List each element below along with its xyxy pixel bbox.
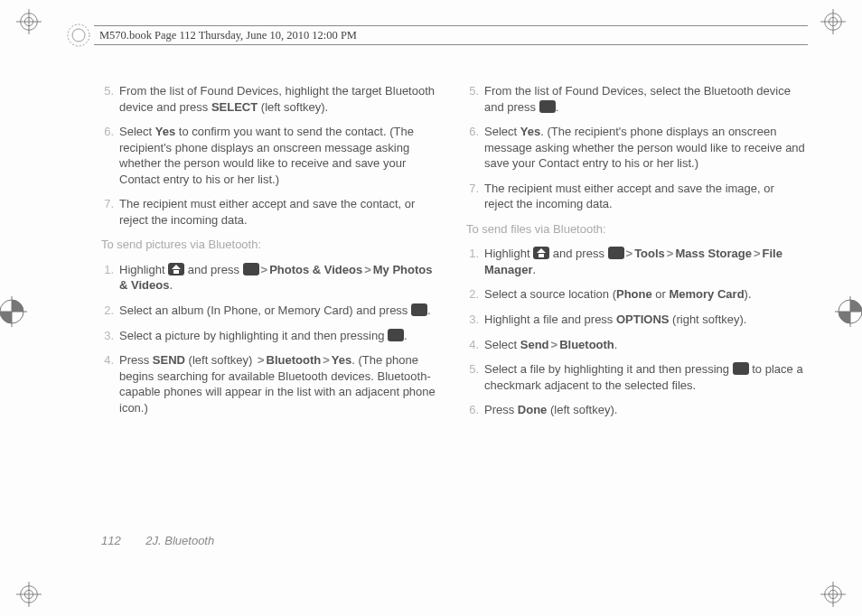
chevron-right-icon: > [624,247,635,260]
ok-key-icon [539,100,556,113]
header-ornament-icon [65,22,92,49]
list-item: 4. Select Send>Bluetooth. [466,337,806,353]
crop-mark-icon [820,9,846,34]
page-number: 112 [101,534,121,547]
list-item: 6. Select Yes to confirm you want to sen… [101,124,441,187]
chevron-right-icon: > [362,263,373,276]
header-text: M570.book Page 112 Thursday, June 10, 20… [99,29,357,42]
list-item: 1. Highlight and press >Photos & Videos>… [101,262,441,294]
list-item: 3. Highlight a file and press OPTIONS (r… [466,312,806,328]
chevron-right-icon: > [752,247,763,260]
item-number: 5. [101,83,119,115]
home-icon [533,247,549,259]
page-header: M570.book Page 112 Thursday, June 10, 20… [94,25,808,45]
sub-heading: To send files via Bluetooth: [466,221,806,238]
chevron-right-icon: > [665,247,676,260]
list-item: 2. Select an album (In Phone, or Memory … [101,303,441,319]
list-item: 4. Press SEND (left softkey) >Bluetooth>… [101,352,441,415]
list-item: 2. Select a source location (Phone or Me… [466,286,806,303]
sub-heading: To send pictures via Bluetooth: [101,237,441,253]
list-item: 6. Select Yes. (The recipient's phone di… [466,124,806,172]
crop-mark-icon [16,582,42,607]
chevron-right-icon: > [549,338,560,351]
chevron-right-icon: > [256,353,267,367]
list-item: 5. From the list of Found Devices, selec… [466,83,806,115]
ok-key-icon [733,362,749,375]
list-item: 7. The recipient must either accept and … [466,181,806,212]
page-footer: 112 2J. Bluetooth [101,534,214,547]
registration-mark-icon [0,296,27,327]
section-title: 2J. Bluetooth [145,534,214,547]
chevron-right-icon: > [321,353,332,367]
list-item: 1. Highlight and press >Tools>Mass Stora… [466,246,806,277]
page-body: 5. From the list of Found Devices, highl… [101,83,806,551]
ok-key-icon [411,303,427,316]
ok-key-icon [243,263,259,275]
right-column: 5. From the list of Found Devices, selec… [466,83,806,551]
registration-mark-icon [835,296,862,327]
svg-point-23 [72,29,85,42]
list-item: 5. From the list of Found Devices, highl… [101,83,441,115]
crop-mark-icon [16,9,42,34]
list-item: 3. Select a picture by highlighting it a… [101,328,441,344]
left-column: 5. From the list of Found Devices, highl… [101,83,441,551]
crop-mark-icon [820,582,846,607]
list-item: 6. Press Done (left softkey). [466,402,806,418]
list-item: 5. Select a file by highlighting it and … [466,361,806,393]
chevron-right-icon: > [259,263,270,276]
ok-key-icon [608,247,624,259]
ok-key-icon [388,329,404,341]
list-item: 7. The recipient must either accept and … [101,196,441,228]
home-icon [168,263,184,275]
svg-point-22 [68,24,89,46]
